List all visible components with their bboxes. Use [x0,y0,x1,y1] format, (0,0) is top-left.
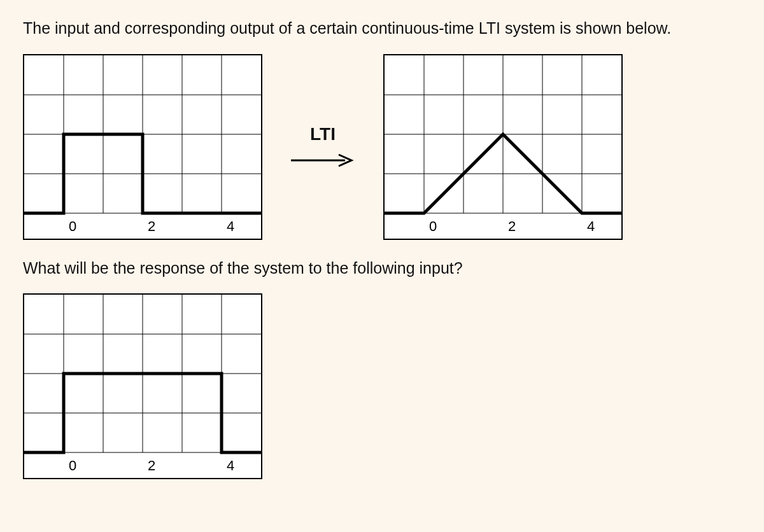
svg-text:2: 2 [148,218,155,234]
lti-label: LTI [310,124,336,144]
svg-text:4: 4 [227,218,234,234]
question-text: What will be the response of the system … [23,258,741,279]
svg-text:2: 2 [148,458,155,473]
svg-text:4: 4 [227,458,234,473]
input-plot-2: 024 [23,293,741,479]
output-plot-1: 024 [383,54,623,240]
signal-row: 024 LTI 024 [23,54,741,240]
input-plot-1: 024 [23,54,262,240]
svg-text:0: 0 [69,458,76,473]
svg-text:0: 0 [69,218,76,234]
svg-text:0: 0 [429,218,437,234]
svg-text:2: 2 [508,218,516,234]
intro-text: The input and corresponding output of a … [23,18,741,39]
svg-text:4: 4 [587,218,595,234]
lti-block: LTI [288,124,358,170]
arrow-icon [288,151,358,170]
